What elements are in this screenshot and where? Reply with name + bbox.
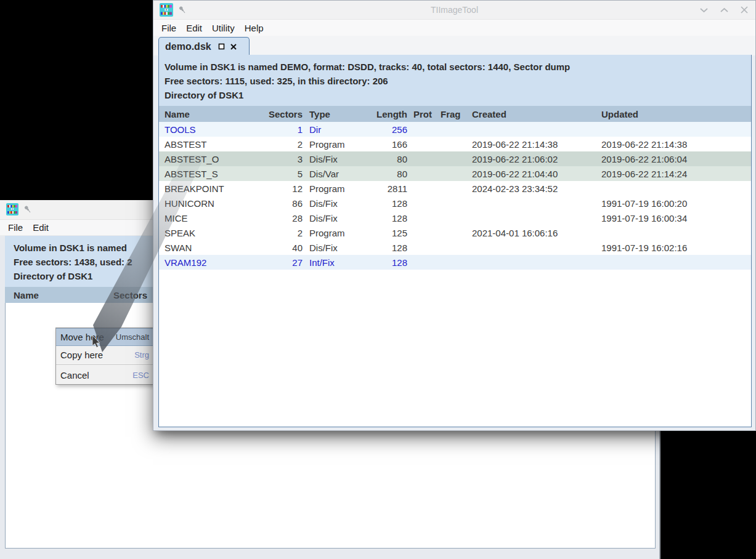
cell-name: MICE bbox=[159, 213, 257, 223]
window-title: TIImageTool bbox=[153, 5, 755, 15]
cell-name: ABSTEST_S bbox=[159, 169, 257, 179]
move-here-label: Move here bbox=[60, 332, 104, 342]
table-row[interactable]: HUNICORN86Dis/Fix1281991-07-19 16:00:20 bbox=[159, 196, 751, 211]
cancel-shortcut: ESC bbox=[132, 371, 149, 380]
table-row[interactable]: SWAN40Dis/Fix1281991-07-19 16:02:16 bbox=[159, 240, 751, 255]
cell-length: 128 bbox=[365, 257, 407, 268]
cell-updated: 2019-06-22 21:14:38 bbox=[593, 139, 751, 150]
directory-line: Directory of DSK1 bbox=[165, 88, 751, 102]
cell-updated: 1991-07-19 16:00:20 bbox=[593, 198, 751, 209]
cell-type: Dis/Var bbox=[303, 169, 365, 179]
main-window-titlebar[interactable]: TIImageTool bbox=[153, 1, 755, 19]
column-prot[interactable]: Prot bbox=[407, 109, 434, 119]
file-list[interactable]: TOOLS1Dir256ABSTEST2Program1662019-06-22… bbox=[159, 122, 751, 270]
bw-column-name[interactable]: Name bbox=[9, 290, 111, 300]
copy-here-label: Copy here bbox=[60, 350, 103, 360]
cell-sectors: 12 bbox=[257, 183, 303, 194]
cell-sectors: 2 bbox=[257, 139, 303, 150]
table-row[interactable]: VRAM19227Int/Fix128 bbox=[159, 255, 751, 270]
disk-view: Volume in DSK1 is named DEMO, format: DS… bbox=[158, 55, 752, 427]
table-row[interactable]: BREAKPOINT12Program28112024-02-23 23:34:… bbox=[159, 181, 751, 196]
app-icon bbox=[6, 203, 18, 215]
cancel-label: Cancel bbox=[60, 370, 89, 380]
restore-tab-icon[interactable] bbox=[218, 43, 225, 50]
cell-name: SPEAK bbox=[159, 228, 257, 238]
bw-menu-file[interactable]: File bbox=[3, 222, 28, 233]
cell-name: BREAKPOINT bbox=[159, 183, 257, 194]
context-menu-copy-here[interactable]: Copy here Strg bbox=[56, 346, 153, 364]
context-menu-separator bbox=[56, 364, 153, 366]
menu-file[interactable]: File bbox=[156, 23, 181, 33]
cell-length: 125 bbox=[365, 228, 407, 238]
cell-sectors: 86 bbox=[257, 198, 303, 209]
cell-name: ABSTEST bbox=[159, 139, 257, 150]
cell-created: 2019-06-22 21:14:38 bbox=[464, 139, 593, 150]
column-created[interactable]: Created bbox=[464, 109, 593, 119]
cell-name: TOOLS bbox=[159, 124, 257, 135]
cell-length: 256 bbox=[365, 124, 407, 135]
menu-utility[interactable]: Utility bbox=[207, 23, 240, 33]
pin-icon[interactable] bbox=[23, 204, 33, 214]
table-row[interactable]: ABSTEST2Program1662019-06-22 21:14:38201… bbox=[159, 137, 751, 151]
column-type[interactable]: Type bbox=[303, 109, 365, 119]
cell-type: Dis/Fix bbox=[303, 154, 365, 164]
column-updated[interactable]: Updated bbox=[593, 109, 751, 119]
cell-sectors: 1 bbox=[257, 124, 303, 135]
cell-type: Int/Fix bbox=[303, 257, 365, 268]
desktop: { "main_window": { "title": "TIImageTool… bbox=[0, 0, 756, 559]
cell-updated: 1991-07-19 16:00:34 bbox=[593, 213, 751, 223]
cell-type: Dis/Fix bbox=[303, 213, 365, 223]
menu-edit[interactable]: Edit bbox=[181, 23, 207, 33]
cell-updated: 1991-07-19 16:02:16 bbox=[593, 243, 751, 253]
free-sectors-line: Free sectors: 1115, used: 325, in this d… bbox=[165, 74, 751, 88]
cell-type: Dir bbox=[303, 124, 365, 135]
tab-strip: demo.dsk bbox=[153, 36, 755, 55]
cell-sectors: 28 bbox=[257, 213, 303, 223]
table-row[interactable]: MICE28Dis/Fix1281991-07-19 16:00:34 bbox=[159, 211, 751, 225]
cell-length: 80 bbox=[365, 154, 407, 164]
column-length[interactable]: Length bbox=[365, 109, 407, 119]
cell-sectors: 3 bbox=[257, 154, 303, 164]
cell-updated: 2019-06-22 21:06:04 bbox=[593, 154, 751, 164]
close-icon[interactable] bbox=[741, 6, 748, 14]
cell-type: Program bbox=[303, 228, 365, 238]
cell-type: Program bbox=[303, 183, 365, 194]
cell-name: VRAM192 bbox=[159, 257, 257, 268]
drag-context-menu: Move here Umschalt Copy here Strg Cancel… bbox=[55, 328, 154, 385]
cell-created: 2019-06-22 21:06:02 bbox=[464, 154, 593, 164]
column-sectors[interactable]: Sectors bbox=[257, 109, 303, 119]
context-menu-move-here[interactable]: Move here Umschalt bbox=[56, 328, 153, 346]
cell-created: 2019-06-22 21:04:40 bbox=[464, 169, 593, 179]
cell-type: Dis/Fix bbox=[303, 243, 365, 253]
column-frag[interactable]: Frag bbox=[434, 109, 464, 119]
cell-name: ABSTEST_O bbox=[159, 154, 257, 164]
table-row[interactable]: TOOLS1Dir256 bbox=[159, 122, 751, 137]
context-menu-cancel[interactable]: Cancel ESC bbox=[56, 366, 153, 384]
maximize-icon[interactable] bbox=[720, 7, 728, 13]
cell-sectors: 27 bbox=[257, 257, 303, 268]
cell-length: 2811 bbox=[365, 183, 407, 194]
cell-type: Program bbox=[303, 139, 365, 150]
cell-created: 2021-04-01 16:06:16 bbox=[464, 228, 593, 238]
tab-demo-dsk[interactable]: demo.dsk bbox=[158, 37, 250, 55]
table-header: Name Sectors Type Length Prot Frag Creat… bbox=[159, 106, 751, 122]
column-name[interactable]: Name bbox=[159, 109, 257, 119]
cell-sectors: 2 bbox=[257, 228, 303, 238]
cell-created: 2024-02-23 23:34:52 bbox=[464, 183, 593, 194]
bw-column-sectors[interactable]: Sectors bbox=[111, 290, 147, 300]
table-row[interactable]: ABSTEST_S5Dis/Var802019-06-22 21:04:4020… bbox=[159, 166, 751, 181]
close-tab-icon[interactable] bbox=[230, 44, 237, 50]
cell-name: SWAN bbox=[159, 243, 257, 253]
bw-menu-edit[interactable]: Edit bbox=[28, 222, 54, 233]
menu-help[interactable]: Help bbox=[240, 23, 269, 33]
table-row[interactable]: SPEAK2Program1252021-04-01 16:06:16 bbox=[159, 225, 751, 240]
table-row[interactable]: ABSTEST_O3Dis/Fix802019-06-22 21:06:0220… bbox=[159, 151, 751, 166]
main-window: TIImageTool File Edit Utility Help demo.… bbox=[153, 0, 756, 431]
cell-name: HUNICORN bbox=[159, 198, 257, 209]
cell-type: Dis/Fix bbox=[303, 198, 365, 209]
move-here-shortcut: Umschalt bbox=[116, 332, 149, 342]
volume-line: Volume in DSK1 is named DEMO, format: DS… bbox=[165, 60, 751, 74]
cell-updated: 2019-06-22 21:14:24 bbox=[593, 169, 751, 179]
minimize-icon[interactable] bbox=[700, 7, 708, 13]
cell-length: 166 bbox=[365, 139, 407, 150]
